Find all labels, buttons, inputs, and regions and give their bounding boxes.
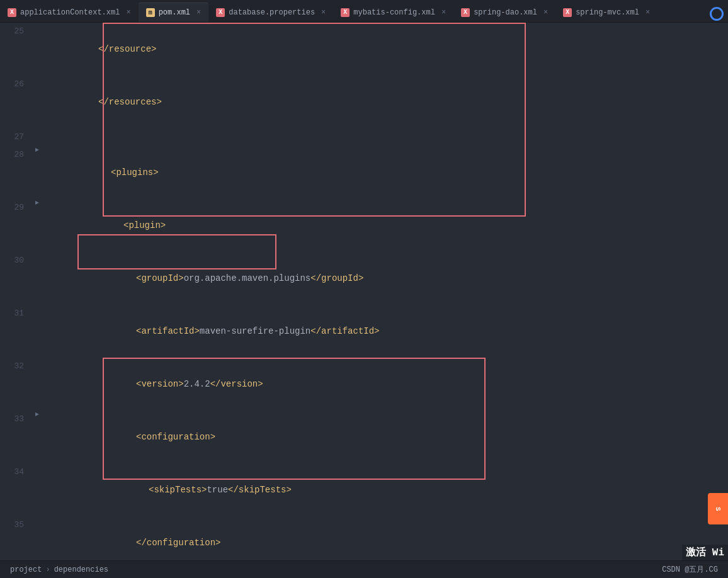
tab-label-appctx: applicationContext.xml [20,8,120,17]
tab-icon-pom: m [146,8,155,17]
line-content-32: <version>2.4.2</version> [43,358,728,411]
tab-dbprops[interactable]: X database.properties × [208,3,333,22]
code-line-25: 25 </resource> [0,23,728,76]
tab-icon-springmvc: X [563,8,572,17]
close-icon-springdao[interactable]: × [543,8,548,17]
tab-appctx[interactable]: X applicationContext.xml × [0,3,139,22]
close-icon-springmvc[interactable]: × [646,8,650,17]
code-line-27: 27 [0,128,728,146]
svg-marker-0 [35,148,39,152]
code-lines: 25 </resource> 26 </resources> 27 [0,23,728,560]
code-line-26: 26 </resources> [0,76,728,128]
line-content-30: <groupId>org.apache.maven.plugins</group… [43,252,728,305]
line-num-25: 25 [0,23,31,40]
tab-mybatis[interactable]: X mybatis-config.xml × [333,3,453,22]
code-line-33: 33 <configuration> [0,411,728,463]
chrome-circle [710,7,724,21]
status-right: CSDN @五月.CG [662,564,718,575]
code-line-31: 31 <artifactId>maven-surefire-plugin</ar… [0,305,728,358]
breadcrumb-project: project [10,565,42,574]
code-line-34: 34 <skipTests>true</skipTests> [0,463,728,516]
line-content-28: <plugins> [43,146,728,199]
svg-marker-1 [35,201,39,205]
tab-pom[interactable]: m pom.xml × [139,3,209,22]
tab-icon-springdao: X [461,8,470,17]
tab-icon-appctx: X [8,8,16,17]
line-num-35: 35 [0,516,31,534]
line-num-33: 33 [0,411,31,428]
close-icon-appctx[interactable]: × [126,8,130,17]
chrome-icon [705,3,728,25]
line-content-33: <configuration> [43,411,728,463]
breadcrumb-dependencies: dependencies [54,565,108,574]
line-content-25: </resource> [43,23,728,76]
line-content-26: </resources> [43,76,728,128]
tab-icon-dbprops: X [216,8,225,17]
line-num-27: 27 [0,128,31,146]
code-line-28: 28 <plugins> [0,146,728,199]
close-icon-dbprops[interactable]: × [321,8,326,17]
line-num-29: 29 [0,199,31,217]
line-content-29: <plugin> [43,199,728,252]
line-num-34: 34 [0,463,31,481]
line-num-32: 32 [0,358,31,375]
line-num-26: 26 [0,76,31,93]
code-line-30: 30 <groupId>org.apache.maven.plugins</gr… [0,252,728,305]
line-num-30: 30 [0,252,31,269]
line-content-31: <artifactId>maven-surefire-plugin</artif… [43,305,728,358]
tab-label-mybatis: mybatis-config.xml [353,8,435,17]
csdn-badge: S [708,493,728,524]
watermark: 激活 Wi [682,545,728,560]
status-bar: project › dependencies CSDN @五月.CG [0,560,728,578]
tab-icon-mybatis: X [341,8,350,17]
line-num-31: 31 [0,305,31,322]
tab-bar: X applicationContext.xml × m pom.xml × X… [0,0,728,23]
tab-label-springmvc: spring-mvc.xml [576,8,639,17]
watermark-activate: 激活 Wi [682,545,728,560]
close-icon-mybatis[interactable]: × [441,8,446,17]
close-icon-pom[interactable]: × [196,8,201,17]
fold-28[interactable] [31,146,43,154]
tab-label-pom: pom.xml [159,8,190,17]
tab-label-springdao: spring-dao.xml [474,8,537,17]
code-line-29: 29 <plugin> [0,199,728,252]
code-line-35: 35 </configuration> [0,516,728,560]
tab-label-dbprops: database.properties [229,8,315,17]
line-num-28: 28 [0,146,31,164]
editor: 25 </resource> 26 </resources> 27 [0,23,728,560]
fold-29[interactable] [31,199,43,207]
svg-marker-2 [35,412,39,416]
tab-springmvc[interactable]: X spring-mvc.xml × [555,3,657,22]
code-line-32: 32 <version>2.4.2</version> [0,358,728,411]
tab-springdao[interactable]: X spring-dao.xml × [453,3,555,22]
code-area[interactable]: 25 </resource> 26 </resources> 27 [0,23,728,560]
line-content-35: </configuration> [43,516,728,560]
line-content-34: <skipTests>true</skipTests> [43,463,728,516]
breadcrumb-sep: › [45,565,50,574]
fold-33[interactable] [31,411,43,418]
